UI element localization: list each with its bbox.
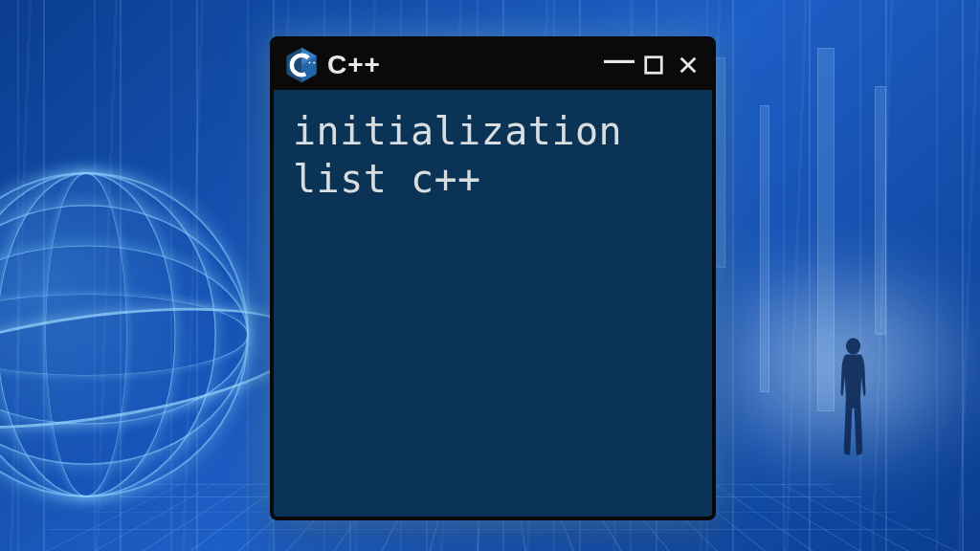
cpp-logo-icon: + +	[285, 47, 318, 83]
terminal-content: initialization list c++	[274, 90, 712, 517]
minimize-button[interactable]: —	[607, 47, 632, 72]
svg-point-0	[846, 338, 860, 354]
globe-wireframe-icon	[0, 172, 249, 497]
maximize-button[interactable]	[641, 53, 666, 77]
window-controls: —	[607, 53, 701, 77]
person-silhouette-icon	[832, 336, 875, 460]
close-button[interactable]	[676, 53, 701, 77]
terminal-window: + + C++ — initialization list c++	[270, 36, 716, 520]
svg-rect-7	[646, 57, 662, 74]
window-titlebar[interactable]: + + C++ —	[274, 40, 712, 90]
svg-text:+: +	[313, 59, 316, 65]
window-title: C++	[327, 50, 381, 80]
svg-text:+: +	[308, 59, 311, 65]
